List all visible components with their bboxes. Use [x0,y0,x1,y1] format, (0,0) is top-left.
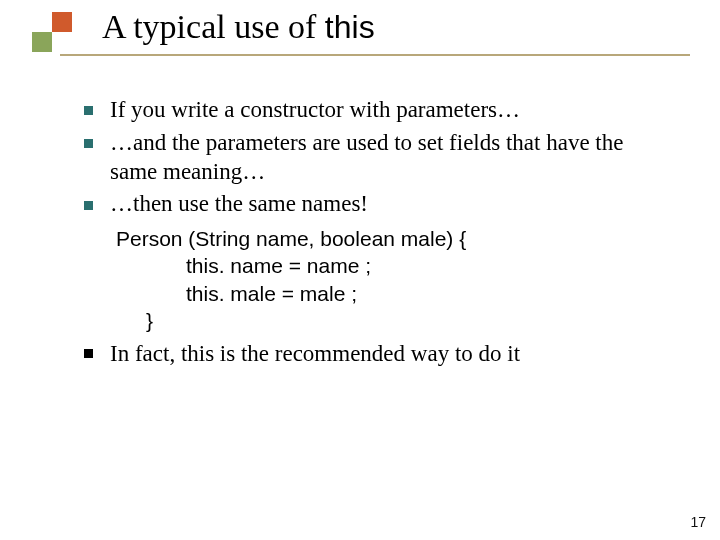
code-line: } [116,307,676,334]
corner-decoration [22,12,92,56]
bullet-text: …and the parameters are used to set fiel… [110,130,623,184]
code-line: this. name = name ; [116,252,676,279]
slide-body: If you write a constructor with paramete… [76,96,676,373]
square-bullet-icon [84,106,93,115]
code-line: Person (String name, boolean male) { [116,225,676,252]
code-block: Person (String name, boolean male) { thi… [116,225,676,334]
slide-title: A typical use of this [102,8,375,46]
page-number: 17 [690,514,706,530]
bullet-item: …then use the same names! [76,190,676,219]
bullet-text: If you write a constructor with paramete… [110,97,520,122]
code-line: this. male = male ; [116,280,676,307]
square-bullet-icon [84,349,93,358]
bullet-item: …and the parameters are used to set fiel… [76,129,676,187]
bullet-item: If you write a constructor with paramete… [76,96,676,125]
deco-square-orange [52,12,72,32]
title-underline [60,54,690,56]
title-keyword: this [325,9,375,45]
bullet-text: …then use the same names! [110,191,368,216]
square-bullet-icon [84,201,93,210]
square-bullet-icon [84,139,93,148]
title-prefix: A typical use of [102,8,325,45]
bullet-text: In fact, this is the recommended way to … [110,341,520,366]
bullet-item: In fact, this is the recommended way to … [76,340,676,369]
deco-square-green [32,32,52,52]
